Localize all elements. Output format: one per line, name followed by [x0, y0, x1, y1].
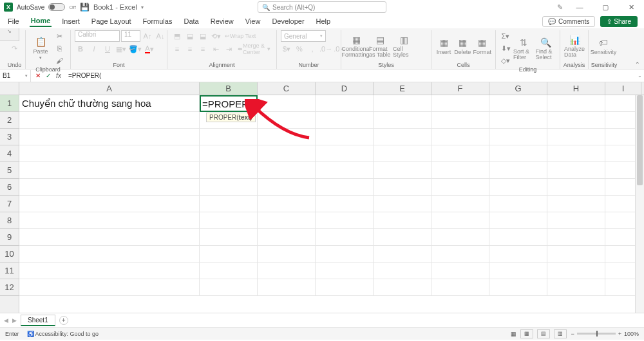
cell-D3[interactable] [316, 129, 374, 145]
analyze-data-button[interactable]: 📊Analyze Data [564, 31, 585, 60]
cell-B5[interactable] [200, 162, 258, 179]
zoom-in-button[interactable]: + [618, 331, 621, 337]
cell-G10[interactable] [489, 246, 547, 263]
sensitivity-button[interactable]: 🏷Sensitivity [592, 31, 614, 60]
cell-D4[interactable] [316, 145, 374, 162]
cell-A9[interactable] [19, 229, 200, 246]
cell-E5[interactable] [374, 162, 431, 179]
cell-C7[interactable] [258, 196, 316, 212]
cell-D7[interactable] [316, 196, 374, 212]
cell-H2[interactable] [547, 112, 605, 129]
indent-inc-button[interactable]: ⇥ [223, 43, 234, 55]
format-painter-button[interactable]: 🖌 [53, 55, 65, 66]
comments-button[interactable]: 💬Comments [542, 16, 595, 27]
select-all-corner[interactable] [0, 82, 19, 95]
cell-B6[interactable] [200, 179, 258, 196]
cell-D1[interactable] [316, 95, 374, 112]
cell-B3[interactable] [200, 129, 258, 145]
cell-F2[interactable] [431, 112, 489, 129]
indent-dec-button[interactable]: ⇤ [210, 43, 222, 55]
tab-home[interactable]: Home [30, 15, 52, 27]
col-header-B[interactable]: B [200, 82, 258, 95]
minimize-button[interactable]: — [571, 1, 589, 14]
cell-A6[interactable] [19, 179, 200, 196]
cell-G7[interactable] [489, 196, 547, 212]
cell-A12[interactable] [19, 279, 200, 296]
cell-H7[interactable] [547, 196, 605, 212]
cell-G6[interactable] [489, 179, 547, 196]
cell-H1[interactable] [547, 95, 605, 112]
row-header-5[interactable]: 5 [0, 162, 19, 179]
cell-H9[interactable] [547, 229, 605, 246]
cell-G12[interactable] [489, 279, 547, 296]
expand-formula-button[interactable]: ⌄ [635, 73, 644, 78]
cell-D8[interactable] [316, 212, 374, 229]
cell-D2[interactable] [316, 112, 374, 129]
cell-H10[interactable] [547, 246, 605, 263]
tab-page-layout[interactable]: Page Layout [90, 16, 133, 26]
row-header-9[interactable]: 9 [0, 229, 19, 246]
cell-G11[interactable] [489, 263, 547, 279]
autosave-toggle[interactable] [48, 3, 65, 11]
cell-D10[interactable] [316, 246, 374, 263]
percent-button[interactable]: % [294, 43, 305, 55]
col-header-D[interactable]: D [316, 82, 374, 95]
maximize-button[interactable]: ▢ [596, 1, 614, 14]
align-middle-button[interactable]: ⬓ [184, 30, 196, 42]
cell-F6[interactable] [431, 179, 489, 196]
paste-button[interactable]: 📋 Paste ▾ [30, 33, 52, 63]
cell-C3[interactable] [258, 129, 316, 145]
tab-insert[interactable]: Insert [61, 16, 81, 26]
cell-H4[interactable] [547, 145, 605, 162]
font-select[interactable]: Calibri [75, 30, 120, 42]
cell-F10[interactable] [431, 246, 489, 263]
cell-A5[interactable] [19, 162, 200, 179]
cell-F9[interactable] [431, 229, 489, 246]
cell-H12[interactable] [547, 279, 605, 296]
italic-button[interactable]: I [88, 43, 100, 55]
wrap-text-button[interactable]: ↩ Wrap Text [223, 30, 258, 42]
save-icon[interactable]: 💾 [80, 3, 90, 12]
cell-C6[interactable] [258, 179, 316, 196]
search-box[interactable]: 🔍 Search (Alt+Q) [258, 1, 386, 13]
tab-developer[interactable]: Developer [270, 16, 305, 26]
cell-E3[interactable] [374, 129, 431, 145]
cell-G1[interactable] [489, 95, 547, 112]
cell-C4[interactable] [258, 145, 316, 162]
row-header-8[interactable]: 8 [0, 212, 19, 229]
cell-A4[interactable] [19, 145, 200, 162]
cell-H3[interactable] [547, 129, 605, 145]
align-top-button[interactable]: ⬒ [171, 30, 183, 42]
row-header-4[interactable]: 4 [0, 145, 19, 162]
cell-A1[interactable]: Chuyển chữ thường sang hoa [19, 95, 200, 112]
cell-E10[interactable] [374, 246, 431, 263]
display-settings-icon[interactable]: ▦ [511, 331, 516, 337]
redo-button[interactable]: ↷ [9, 42, 21, 54]
clear-button[interactable]: ◇▾ [500, 55, 511, 66]
cell-B9[interactable] [200, 229, 258, 246]
zoom-slider[interactable] [577, 333, 616, 335]
col-header-G[interactable]: G [489, 82, 547, 95]
decrease-font-button[interactable]: A↓ [155, 30, 166, 42]
cell-F4[interactable] [431, 145, 489, 162]
row-header-2[interactable]: 2 [0, 112, 19, 129]
merge-button[interactable]: ⬌ Merge & Center▾ [236, 43, 272, 55]
col-header-I[interactable]: I [605, 82, 641, 95]
increase-font-button[interactable]: A↑ [142, 30, 153, 42]
cell-A3[interactable] [19, 129, 200, 145]
row-header-3[interactable]: 3 [0, 129, 19, 145]
cell-H11[interactable] [547, 263, 605, 279]
tab-formulas[interactable]: Formulas [142, 16, 174, 26]
sheet-tab-active[interactable]: Sheet1 [21, 315, 55, 326]
scrollbar-thumb[interactable] [637, 95, 643, 185]
cell-F5[interactable] [431, 162, 489, 179]
col-header-C[interactable]: C [258, 82, 316, 95]
cell-E11[interactable] [374, 263, 431, 279]
cell-G5[interactable] [489, 162, 547, 179]
currency-button[interactable]: $▾ [281, 43, 292, 55]
cell-D11[interactable] [316, 263, 374, 279]
sheet-nav-next[interactable]: ▶ [12, 317, 17, 324]
comma-button[interactable]: , [307, 43, 318, 55]
tab-data[interactable]: Data [182, 16, 200, 26]
cell-B10[interactable] [200, 246, 258, 263]
